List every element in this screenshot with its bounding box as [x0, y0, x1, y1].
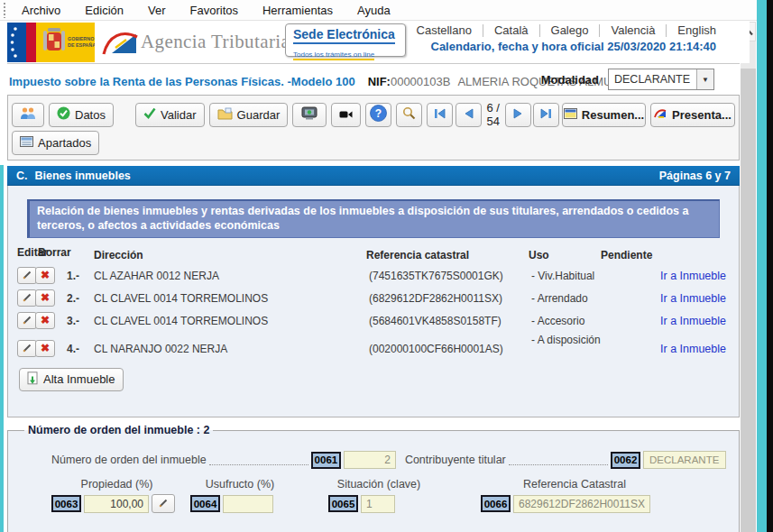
taxpayers-button[interactable] — [12, 103, 44, 127]
validar-button[interactable]: Validar — [135, 103, 205, 127]
page-title: Impuesto sobre la Renta de las Personas … — [9, 75, 355, 88]
section-header-bar: C.Bienes inmuebles Páginas 6 y 7 — [7, 166, 740, 186]
form-row-2-labels: Propiedad (%) Usufructo (%) Situación (c… — [51, 478, 739, 491]
prev-page-button[interactable] — [456, 103, 482, 127]
pencil-icon — [23, 291, 32, 305]
document-title-bar: Impuesto sobre la Renta de las Personas … — [0, 69, 750, 94]
modalidad-label: Modalidad — [541, 73, 599, 87]
alta-inmueble-button[interactable]: Alta Inmueble — [19, 368, 124, 391]
row-uso: - A disposición — [531, 331, 603, 346]
panel-description-banner: Relación de bienes inmuebles y rentas de… — [27, 199, 720, 238]
propiedad-edit-button[interactable] — [152, 494, 175, 513]
vertical-scrollbar[interactable] — [741, 22, 756, 532]
last-page-button[interactable] — [533, 103, 559, 127]
row-direccion: CL CLAVEL 0014 TORREMOLINOS — [94, 312, 369, 327]
edit-row-button[interactable] — [17, 289, 37, 307]
video-button[interactable] — [331, 103, 361, 127]
lang-catala[interactable]: Català — [483, 23, 539, 37]
menu-favoritos[interactable]: Favoritos — [190, 4, 238, 17]
resumen-button[interactable]: Resumen... — [562, 103, 646, 127]
field-code-0062: 0062 — [611, 452, 640, 469]
delete-row-button[interactable]: ✖ — [35, 289, 55, 307]
col-borrar: Borrar — [38, 246, 67, 261]
last-page-icon — [540, 108, 552, 122]
row-number: 3.- — [67, 312, 94, 327]
svg-text:GOBIERNO: GOBIERNO — [68, 36, 94, 41]
folder-save-icon — [217, 107, 233, 123]
window-frame-black — [767, 0, 773, 532]
next-page-button[interactable] — [505, 103, 531, 127]
guardar-label: Guardar — [237, 108, 281, 122]
form-row-2-fields: 0063 0064 0065 0066 — [51, 494, 739, 513]
gobierno-de-espana-logo: GOBIERNO DE ESPAÑA — [7, 23, 95, 62]
new-document-icon — [27, 371, 39, 388]
agencia-tributaria-logo-icon — [101, 26, 139, 62]
col-direccion: Dirección — [94, 246, 366, 261]
menu-edicion[interactable]: Edición — [85, 4, 124, 17]
toolbar: Datos Validar Guardar — [7, 95, 740, 161]
presentar-button[interactable]: Presenta... — [650, 103, 735, 127]
orden-input[interactable] — [344, 451, 396, 469]
language-switcher: Castellano Català Galego Valencià Englis… — [406, 23, 716, 37]
search-button[interactable] — [396, 103, 422, 127]
delete-row-button[interactable]: ✖ — [35, 340, 55, 357]
usufructo-input[interactable] — [223, 495, 273, 513]
toolbar-row-2: Apartados — [12, 131, 99, 155]
help-button[interactable]: ? — [365, 103, 391, 127]
delete-x-icon: ✖ — [41, 292, 50, 303]
modalidad-select[interactable]: DECLARANTE ▼ — [608, 69, 714, 90]
svg-text:?: ? — [375, 107, 382, 120]
page-indicator: 6 / 54 — [487, 101, 500, 128]
ir-a-inmueble-link[interactable]: Ir a Inmueble — [660, 315, 726, 327]
alta-inmueble-label: Alta Inmueble — [43, 372, 115, 386]
sede-electronica-badge[interactable]: Sede Electrónica Todos los trámites on l… — [285, 23, 406, 57]
printer-icon — [300, 105, 318, 124]
propiedad-input[interactable] — [84, 495, 149, 513]
table-row: ✖ 3.- CL CLAVEL 0014 TORREMOLINOS (56846… — [8, 312, 739, 329]
apartados-button[interactable]: Apartados — [12, 131, 99, 155]
edit-row-button[interactable] — [17, 340, 37, 357]
delete-row-button[interactable]: ✖ — [35, 312, 55, 329]
situacion-group: 0065 — [328, 495, 395, 513]
situacion-input[interactable] — [361, 495, 395, 513]
print-device-button[interactable] — [292, 103, 327, 127]
ir-a-inmueble-link[interactable]: Ir a Inmueble — [660, 343, 726, 355]
ir-a-inmueble-link[interactable]: Ir a Inmueble — [660, 270, 726, 282]
window-frame-teal-right — [757, 0, 767, 532]
delete-row-button[interactable]: ✖ — [35, 267, 55, 284]
modalidad-selected-value: DECLARANTE — [609, 73, 696, 86]
magnifier-icon — [402, 106, 416, 123]
menu-ayuda[interactable]: Ayuda — [357, 4, 391, 17]
dotted-leader — [209, 455, 308, 465]
datos-button[interactable]: Datos — [49, 103, 114, 127]
lang-castellano[interactable]: Castellano — [406, 23, 483, 37]
edit-row-button[interactable] — [17, 312, 37, 329]
guardar-button[interactable]: Guardar — [209, 103, 289, 127]
pencil-icon — [23, 269, 32, 282]
usufructo-group: 0064 — [190, 495, 273, 513]
row-uso: - Arrendado — [531, 289, 603, 305]
table-header-row: Editar Borrar Dirección Referencia catas… — [8, 246, 739, 261]
edit-row-button[interactable] — [17, 267, 37, 284]
pencil-icon — [159, 497, 169, 510]
site-header: GOBIERNO DE ESPAÑA Agencia Tributaria Se… — [0, 22, 750, 63]
first-page-button[interactable] — [427, 103, 453, 127]
table-row: ✖ 2.- CL CLAVEL 0014 TORREMOLINOS (68296… — [8, 289, 739, 307]
ir-a-inmueble-link[interactable]: Ir a Inmueble — [660, 292, 726, 305]
row-direccion: CL NARANJO 0022 NERJA — [94, 340, 369, 355]
referencia-catastral-input[interactable] — [513, 495, 650, 513]
menu-ver[interactable]: Ver — [148, 4, 166, 17]
field-code-0061: 0061 — [311, 452, 341, 469]
presentar-label: Presenta... — [672, 108, 732, 122]
chevron-down-icon[interactable]: ▼ — [696, 69, 713, 89]
toolbar-row-1: Datos Validar Guardar — [12, 101, 735, 128]
menu-grip-handle[interactable] — [4, 3, 6, 18]
col-referencia: Referencia catastral — [366, 246, 529, 261]
menu-archivo[interactable]: Archivo — [22, 4, 60, 17]
lang-english[interactable]: English — [667, 23, 716, 37]
menu-herramientas[interactable]: Herramientas — [262, 4, 333, 17]
divider — [7, 63, 740, 64]
lang-galego[interactable]: Galego — [540, 23, 600, 37]
lang-valencia[interactable]: Valencià — [600, 23, 666, 37]
first-page-icon — [434, 108, 446, 122]
